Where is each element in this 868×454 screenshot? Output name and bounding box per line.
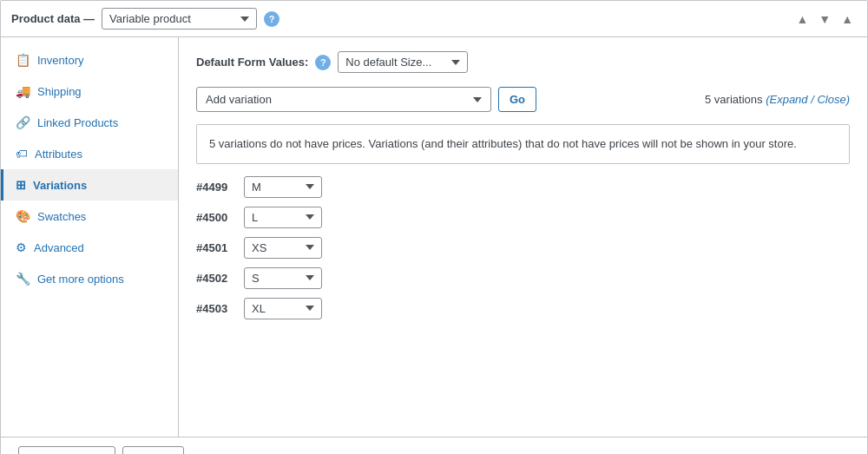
variation-id-4499: #4499 [196,181,235,194]
sidebar-item-linked-products-label: Linked Products [37,116,118,129]
variation-size-select-4503[interactable]: MLXSSXL [244,298,322,319]
default-form-label: Default Form Values: [196,56,308,69]
default-form-help-icon[interactable]: ? [315,55,331,70]
table-row: #4503 MLXSSXL [196,298,850,319]
sidebar-item-advanced[interactable]: ⚙ Advanced [1,232,178,263]
variation-size-select-4501[interactable]: MLXSSXL [244,237,322,259]
tag-icon: 🏷 [16,147,28,161]
sidebar-item-variations-label: Variations [33,179,87,192]
default-form-select[interactable]: No default Size... M L XS S XL [338,51,468,73]
panel-body: 📋 Inventory 🚚 Shipping 🔗 Linked Products… [1,37,867,437]
arrow-expand-button[interactable]: ▲ [838,10,857,28]
sidebar-item-swatches-label: Swatches [37,210,86,223]
table-row: #4501 MLXSSXL [196,237,850,259]
variations-list: #4499 MLXSSXL #4500 MLXSSXL #4501 MLXSSX… [196,176,850,319]
sidebar-item-inventory[interactable]: 📋 Inventory [1,44,178,76]
expand-close-link-top[interactable]: (Expand / Close) [766,93,850,106]
wrench-icon: 🔧 [16,272,30,286]
arrow-up-button[interactable]: ▲ [792,10,812,28]
sidebar-item-swatches[interactable]: 🎨 Swatches [1,201,178,232]
table-row: #4502 MLXSSXL [196,267,850,289]
variation-size-select-4502[interactable]: MLXSSXL [244,267,322,289]
sidebar-item-get-more-options[interactable]: 🔧 Get more options [1,263,178,294]
help-icon[interactable]: ? [264,11,279,27]
notice-box: 5 variations do not have prices. Variati… [196,124,850,164]
product-data-panel: Product data — Variable product Simple p… [0,0,868,454]
save-changes-button[interactable]: Save changes [18,446,115,454]
variation-id-4503: #4503 [196,302,235,315]
default-form-row: Default Form Values: ? No default Size..… [196,51,850,73]
product-type-select[interactable]: Variable product Simple product Grouped … [102,8,257,30]
panel-title: Product data — [11,12,95,25]
inventory-icon: 📋 [16,53,30,67]
sidebar-item-inventory-label: Inventory [37,54,83,67]
variation-size-select-4500[interactable]: MLXSSXL [244,207,322,228]
sidebar-item-shipping-label: Shipping [37,85,82,98]
variation-size-select-4499[interactable]: MLXSSXL [244,176,322,198]
variation-id-4501: #4501 [196,241,235,254]
panel-footer: Save changes Cancel 5 variations (Expand… [1,437,867,454]
sidebar-item-variations[interactable]: ⊞ Variations [1,169,178,201]
gear-icon: ⚙ [16,240,27,254]
panel-header: Product data — Variable product Simple p… [1,1,867,37]
swatches-icon: 🎨 [16,209,30,223]
variations-count-top: 5 variations (Expand / Close) [705,93,850,106]
variation-id-4502: #4502 [196,272,235,285]
sidebar: 📋 Inventory 🚚 Shipping 🔗 Linked Products… [1,37,179,437]
sidebar-item-shipping[interactable]: 🚚 Shipping [1,76,178,107]
footer-actions: Save changes Cancel [18,446,184,454]
variation-id-4500: #4500 [196,211,235,224]
go-button[interactable]: Go [498,87,536,112]
panel-arrows: ▲ ▼ ▲ [792,10,857,28]
link-icon: 🔗 [16,115,30,129]
sidebar-item-attributes[interactable]: 🏷 Attributes [1,138,178,169]
main-content: Default Form Values: ? No default Size..… [179,37,867,437]
sidebar-item-attributes-label: Attributes [35,148,82,161]
notice-text: 5 variations do not have prices. Variati… [209,137,797,150]
add-variation-row: Add variation Go 5 variations (Expand / … [196,87,850,112]
table-row: #4499 MLXSSXL [196,176,850,198]
sidebar-item-advanced-label: Advanced [34,241,84,254]
sidebar-item-get-more-options-label: Get more options [37,273,124,286]
add-variation-select[interactable]: Add variation [196,87,491,112]
cancel-button[interactable]: Cancel [122,446,183,454]
table-row: #4500 MLXSSXL [196,207,850,228]
sidebar-item-linked-products[interactable]: 🔗 Linked Products [1,107,178,138]
shipping-icon: 🚚 [16,84,30,98]
variations-icon: ⊞ [16,178,26,192]
arrow-down-button[interactable]: ▼ [815,10,834,28]
